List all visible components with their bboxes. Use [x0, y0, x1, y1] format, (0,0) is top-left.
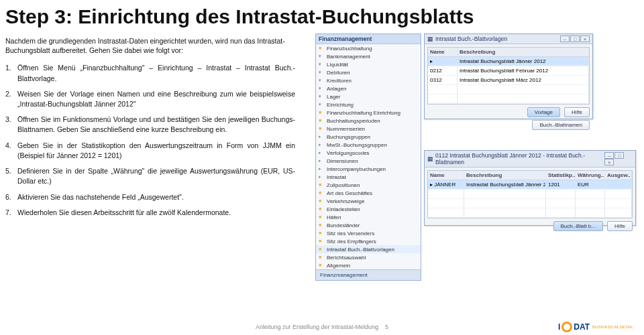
step-text: Definieren Sie in der Spalte „Währung" d…	[17, 166, 295, 186]
step-number: 1.	[5, 63, 17, 83]
tree-item[interactable]: Debitoren	[316, 68, 421, 76]
intro-text: Nachdem die grundlegenden Instrastat-Dat…	[0, 36, 295, 59]
hilfe-button[interactable]: Hilfe	[607, 221, 633, 231]
templates-grid: Name Beschreibung ▸ Intrastat Buchungsbl…	[427, 47, 590, 105]
step-item: 1.Öffnen Sie Menü „Finanzbuchhaltung" – …	[5, 63, 295, 83]
col-desc: Beschreibung	[458, 48, 589, 56]
logo-subtitle: BUSINESS IM DETAIL	[592, 325, 633, 329]
window-templates: ▦Intrastat Buch.-Blattvorlagen –□× Name …	[424, 34, 593, 119]
grid-header: Name Beschreibung	[428, 48, 589, 57]
tree-item[interactable]: MwSt.-Buchungsgruppen	[316, 141, 421, 149]
page-number: 5	[385, 324, 388, 330]
step-number: 5.	[5, 166, 17, 186]
tree-item[interactable]: Sitz des Versenders	[316, 229, 421, 237]
screenshot-area: Finanzmanagement FinanzbuchhaltungBankma…	[315, 34, 637, 275]
close-icon[interactable]: ×	[580, 36, 590, 42]
tree-item[interactable]: Liquidität	[316, 60, 421, 68]
step-number: 7.	[5, 208, 17, 218]
step-item: 5.Definieren Sie in der Spalte „Währung"…	[5, 166, 295, 186]
tree-title: Finanzmanagement	[316, 34, 421, 44]
step-text: Wiederholen Sie diesen Arbeitsschritt fü…	[17, 208, 295, 218]
page-title: Step 3: Einrichtung des Intrastat-Buchun…	[0, 0, 644, 36]
blattnamen-grid: Name Beschreibung Statistikp.. Währung..…	[427, 170, 633, 218]
step-text: Weisen Sie der Vorlage einen Namen und e…	[17, 89, 295, 109]
tree-item[interactable]: Häfen	[316, 213, 421, 221]
step-list: 1.Öffnen Sie Menü „Finanzbuchhaltung" – …	[0, 59, 295, 218]
tree-item[interactable]: Dimensionen	[316, 157, 421, 165]
tree-item[interactable]: Lager	[316, 92, 421, 100]
page-footer: Anleitung zur Erstellung der Intrastat-M…	[0, 322, 644, 332]
tree-item[interactable]: Bundesländer	[316, 221, 421, 229]
window-icon: ▦	[427, 155, 433, 162]
tree-item[interactable]: Einrichtung	[316, 100, 421, 109]
tree-item[interactable]: Verfolgungscodes	[316, 149, 421, 157]
logo: IDATBUSINESS IM DETAIL	[558, 322, 633, 332]
hilfe-button[interactable]: Hilfe	[564, 107, 590, 117]
win2-titlebar: ▦0112 Intrastat Buchungsblatt Jänner 201…	[425, 151, 635, 168]
tree-item[interactable]: Zollpositionen	[316, 181, 421, 189]
window-icon: ▦	[427, 36, 433, 42]
tree-item[interactable]: Finanzbuchhaltung Einrichtung	[316, 109, 421, 117]
nav-tree: Finanzmanagement FinanzbuchhaltungBankma…	[315, 34, 421, 281]
step-text: Öffnen Sie im Funktionsmenü Vorlage und …	[17, 115, 295, 135]
tree-item[interactable]: Intrastat Buch.-Blattvorlagen	[316, 245, 421, 253]
tree-item[interactable]: Finanzbuchhaltung	[316, 44, 421, 52]
step-item: 7.Wiederholen Sie diesen Arbeitsschritt …	[5, 208, 295, 218]
step-item: 2.Weisen Sie der Vorlage einen Namen und…	[5, 89, 295, 109]
tree-item[interactable]: Nummernserien	[316, 125, 421, 133]
step-text: Geben Sie in der Statistikoption den Aus…	[17, 141, 295, 161]
tree-item[interactable]: Bankmanagement	[316, 52, 421, 60]
logo-ring-icon	[561, 322, 572, 332]
win2-title: 0112 Intrastat Buchungsblatt Jänner 2012…	[435, 152, 604, 165]
col-statistik: Statistikp..	[546, 171, 576, 180]
tree-footer: Finanzmanagement	[316, 269, 421, 280]
window-blattnamen: ▦0112 Intrastat Buchungsblatt Jänner 201…	[424, 150, 636, 226]
step-item: 6.Aktivieren Sie das nachstehende Feld „…	[5, 192, 295, 202]
tree-item[interactable]: Einladestellen	[316, 205, 421, 213]
blattnamen-button[interactable]: Buch.-Blattnamen	[532, 120, 590, 130]
buchblatt-button[interactable]: Buch.-Blatt b...	[553, 221, 603, 231]
step-number: 3.	[5, 115, 17, 135]
step-text: Öffnen Sie Menü „Finanzbuchhaltung" – Ei…	[17, 63, 295, 83]
footer-caption: Anleitung zur Erstellung der Intrastat-M…	[256, 324, 388, 330]
col-waehrung: Währung..	[576, 171, 605, 180]
tree-item[interactable]: Buchungsgruppen	[316, 133, 421, 141]
step-number: 2.	[5, 89, 17, 109]
maximize-icon[interactable]: □	[570, 36, 580, 42]
table-row[interactable]: 0312Intrastat Buchungsblatt März 2012	[428, 76, 589, 85]
step-number: 6.	[5, 192, 17, 202]
tree-item[interactable]: Buchhaltungsperioden	[316, 117, 421, 125]
step-item: 4.Geben Sie in der Statistikoption den A…	[5, 141, 295, 161]
table-row[interactable]: ▸ JÄNNERInstrastat Buchungsblatt Jänner …	[428, 180, 632, 190]
col-name: Name	[428, 48, 458, 56]
col-ausgew: Ausgew..	[605, 171, 632, 180]
window-controls[interactable]: –□×	[604, 152, 633, 165]
step-text: Aktivieren Sie das nachstehende Feld „Au…	[17, 192, 295, 202]
win1-title: Intrastat Buch.-Blattvorlagen	[435, 36, 507, 42]
step-item: 3.Öffnen Sie im Funktionsmenü Vorlage un…	[5, 115, 295, 135]
minimize-icon[interactable]: –	[604, 152, 614, 159]
tree-item[interactable]: Anlagen	[316, 84, 421, 92]
minimize-icon[interactable]: –	[560, 36, 570, 42]
table-row[interactable]: ▸ Intrastat Buchungsblatt Jänner 2012	[428, 57, 589, 66]
tree-item[interactable]: Intercompanybuchungen	[316, 165, 421, 173]
win1-titlebar: ▦Intrastat Buch.-Blattvorlagen –□×	[425, 34, 592, 44]
table-row[interactable]: 0212Intrastat Buchungsblatt Februar 2012	[428, 66, 589, 76]
tree-item[interactable]: Art des Geschäftes	[316, 189, 421, 197]
close-icon[interactable]: ×	[604, 159, 614, 165]
tree-item[interactable]: Allgemein	[316, 261, 421, 269]
grid-header: Name Beschreibung Statistikp.. Währung..…	[428, 171, 632, 180]
tree-item[interactable]: Verkehrszweige	[316, 197, 421, 205]
window-controls[interactable]: –□×	[559, 36, 590, 42]
tree-item[interactable]: Berichtsauswahl	[316, 253, 421, 261]
step-number: 4.	[5, 141, 17, 161]
tree-item[interactable]: Sitz des Empfängers	[316, 237, 421, 245]
col-name: Name	[428, 171, 464, 180]
tree-item[interactable]: Kreditoren	[316, 76, 421, 84]
maximize-icon[interactable]: □	[614, 152, 624, 159]
col-desc: Beschreibung	[464, 171, 546, 180]
vorlage-button[interactable]: Vorlage	[527, 107, 560, 117]
tree-item[interactable]: Intrastat	[316, 173, 421, 181]
